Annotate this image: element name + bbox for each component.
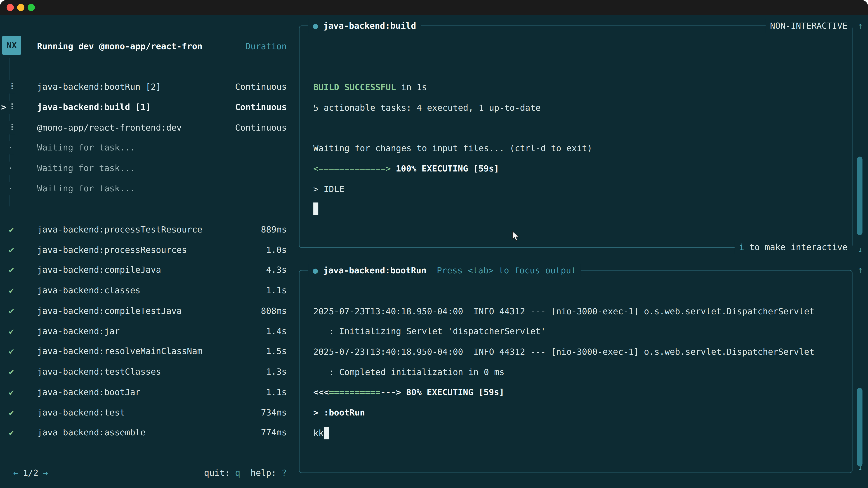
quit-key: q xyxy=(235,468,240,478)
footer-shortcuts: quit: q help: ? xyxy=(204,466,287,480)
progress-line: <=============>100% EXECUTING [59s] xyxy=(313,162,499,175)
task-row-waiting-2: · Waiting for task... xyxy=(0,162,299,175)
check-icon: ✔ xyxy=(9,426,14,440)
task-duration: 1.0s xyxy=(266,243,287,257)
build-output-panel[interactable]: ● java-backend:build NON-INTERACTIVE BUI… xyxy=(299,26,852,248)
check-icon: ✔ xyxy=(9,365,14,379)
completed-task-row[interactable]: ✔ java-backend:compileTestJava 808ms xyxy=(0,304,299,318)
completed-task-row[interactable]: ✔ java-backend:resolveMainClassNam 1.5s xyxy=(0,345,299,358)
task-duration: 1.1s xyxy=(266,284,287,297)
task-status: Continuous xyxy=(235,121,287,134)
bullet-icon: · xyxy=(6,162,14,175)
task-duration: 774ms xyxy=(261,426,287,440)
completed-task-row[interactable]: ✔ java-backend:jar 1.4s xyxy=(0,325,299,338)
progress-status: 80% EXECUTING [59s] xyxy=(406,387,504,397)
input-line[interactable]: kk xyxy=(313,427,324,440)
task-label: java-backend:compileJava xyxy=(37,263,161,277)
bootrun-output-panel[interactable]: ● java-backend:bootRun Press <tab> to fo… xyxy=(299,270,852,473)
completed-task-row[interactable]: ✔ java-backend:compileJava 4.3s xyxy=(0,263,299,277)
completed-task-row[interactable]: ✔ java-backend:processResources 1.0s xyxy=(0,243,299,257)
cursor-block xyxy=(313,202,318,215)
panel-title: ● java-backend:build xyxy=(308,20,421,33)
task-row-frontend-dev[interactable]: ⠸ @mono-app/react-frontend:dev Continuou… xyxy=(0,121,299,134)
hint-text: to make interactive xyxy=(744,242,847,252)
quit-label: quit: xyxy=(204,468,235,478)
sidebar-title: Running dev @mono-app/react-fron xyxy=(37,40,202,53)
scroll-down-arrow[interactable]: ↓ xyxy=(855,243,866,256)
spinner-icon: ⠸ xyxy=(6,101,15,114)
progress-bar: <=============> xyxy=(313,164,391,174)
task-duration: 1.3s xyxy=(266,365,287,379)
zoom-button[interactable] xyxy=(28,4,35,11)
task-row-build-active[interactable]: ⠸ java-backend:build [1] Continuous xyxy=(0,101,299,114)
check-icon: ✔ xyxy=(9,304,14,318)
mouse-cursor xyxy=(512,231,520,244)
task-status: Continuous xyxy=(235,101,287,114)
pagination: ←1/2→ xyxy=(13,466,48,480)
next-page-arrow[interactable]: → xyxy=(43,468,48,478)
help-key: ? xyxy=(282,468,287,478)
interactive-hint: i to make interactive xyxy=(735,240,852,254)
app-main: NX Running dev @mono-app/react-fron Dura… xyxy=(0,15,868,488)
check-icon: ✔ xyxy=(9,284,14,297)
scroll-up-arrow[interactable]: ↑ xyxy=(855,20,866,33)
task-label: java-backend:processResources xyxy=(37,243,187,257)
focus-hint: Press <tab> to focus output xyxy=(437,266,576,275)
sidebar-footer: ←1/2→ quit: q help: ? xyxy=(0,466,299,480)
completed-task-row[interactable]: ✔ java-backend:bootJar 1.1s xyxy=(0,386,299,399)
task-status: Continuous xyxy=(235,80,287,94)
build-panel-scrollbar-thumb[interactable] xyxy=(857,157,862,235)
minimize-button[interactable] xyxy=(17,4,24,11)
task-label: java-backend:classes xyxy=(37,284,141,297)
task-label: java-backend:bootJar xyxy=(37,386,141,399)
log-line: 2025-07-23T13:40:18.950-04:00 INFO 44312… xyxy=(313,305,814,318)
scale-wrapper: NX Running dev @mono-app/react-fron Dura… xyxy=(0,0,868,488)
check-icon: ✔ xyxy=(9,325,14,338)
log-line: 2025-07-23T13:40:18.950-04:00 INFO 44312… xyxy=(313,345,814,359)
completed-task-row[interactable]: ✔ java-backend:classes 1.1s xyxy=(0,284,299,297)
task-bullet-icon: ● xyxy=(313,21,323,31)
bullet-icon: · xyxy=(6,141,14,154)
progress-bar-rest: ---> xyxy=(380,387,401,397)
waiting-line: Waiting for changes to input files... (c… xyxy=(313,142,592,155)
mode-badge: NON-INTERACTIVE xyxy=(766,20,852,33)
spinner-icon: ⠸ xyxy=(6,80,15,94)
completed-task-row[interactable]: ✔ java-backend:test 734ms xyxy=(0,406,299,420)
bootrun-panel-scrollbar-thumb[interactable] xyxy=(857,388,862,466)
progress-prefix: <<< xyxy=(313,387,329,397)
task-label: java-backend:compileTestJava xyxy=(37,304,182,318)
task-label: Waiting for task... xyxy=(37,182,135,195)
cursor-block xyxy=(324,427,329,440)
task-duration: 734ms xyxy=(261,406,287,420)
task-label: java-backend:assemble xyxy=(37,426,146,440)
task-label: Waiting for task... xyxy=(37,141,135,154)
spinner-icon: ⠸ xyxy=(6,121,15,134)
page-indicator: 1/2 xyxy=(19,468,43,478)
check-icon: ✔ xyxy=(9,406,14,420)
duration-column-header: Duration xyxy=(246,40,287,53)
build-successful-text: BUILD SUCCESSFUL xyxy=(313,83,396,92)
title-gap xyxy=(426,266,437,275)
task-label: java-backend:jar xyxy=(37,325,120,338)
completed-task-row[interactable]: ✔ java-backend:assemble 774ms xyxy=(0,426,299,440)
check-icon: ✔ xyxy=(9,345,14,358)
log-line: : Initializing Servlet 'dispatcherServle… xyxy=(313,325,546,338)
task-duration: 4.3s xyxy=(266,263,287,277)
prev-page-arrow[interactable]: ← xyxy=(13,468,19,478)
hint-key: i xyxy=(739,242,744,252)
completed-task-row[interactable]: ✔ java-backend:processTestResource 889ms xyxy=(0,223,299,236)
scroll-up-arrow[interactable]: ↑ xyxy=(855,263,866,277)
task-row-bootrun[interactable]: ⠸ java-backend:bootRun [2] Continuous xyxy=(0,80,299,94)
check-icon: ✔ xyxy=(9,243,14,257)
task-duration: 1.5s xyxy=(266,345,287,358)
close-button[interactable] xyxy=(6,4,14,11)
completed-task-row[interactable]: ✔ java-backend:testClasses 1.3s xyxy=(0,365,299,379)
progress-bar-filled: ========== xyxy=(329,387,381,397)
task-label: Waiting for task... xyxy=(37,162,135,175)
task-duration: 1.4s xyxy=(266,325,287,338)
task-label: java-backend:processTestResource xyxy=(37,223,202,236)
check-icon: ✔ xyxy=(9,223,14,236)
check-icon: ✔ xyxy=(9,263,14,277)
task-duration: 889ms xyxy=(261,223,287,236)
tasks-summary-line: 5 actionable tasks: 4 executed, 1 up-to-… xyxy=(313,101,541,115)
